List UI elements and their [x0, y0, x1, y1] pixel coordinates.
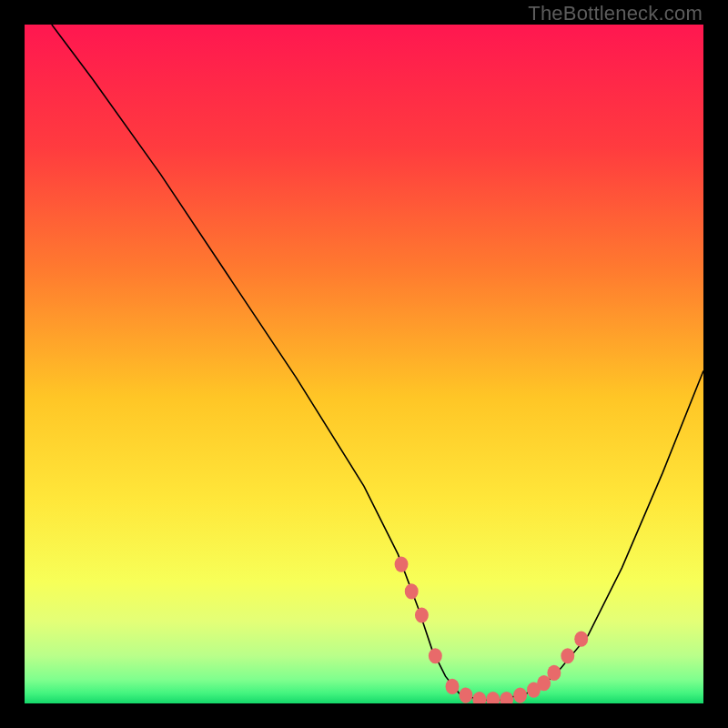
marker-dot [395, 556, 409, 571]
marker-dot [429, 648, 442, 663]
marker-dot [446, 679, 460, 694]
marker-dot [537, 675, 551, 691]
marker-dot [547, 665, 561, 681]
bottleneck-chart [25, 25, 703, 703]
marker-dot [459, 687, 472, 703]
plot-area [25, 25, 703, 703]
marker-dot [561, 648, 574, 663]
marker-dot [415, 607, 429, 622]
chart-frame: TheBottleneck.com [0, 0, 728, 728]
marker-dot [574, 632, 588, 647]
marker-dot [405, 583, 419, 599]
marker-dot [513, 687, 527, 703]
watermark-text: TheBottleneck.com [528, 2, 703, 25]
